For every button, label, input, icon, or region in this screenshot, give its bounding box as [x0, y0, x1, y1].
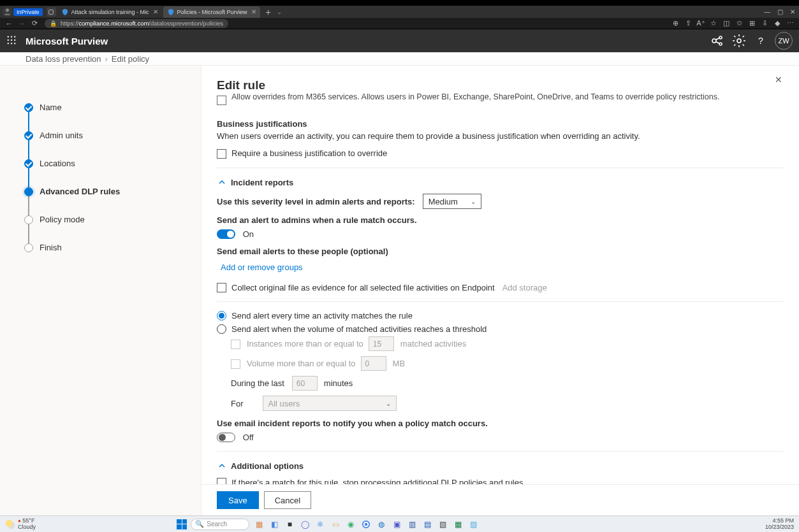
- browser-more-icon[interactable]: ⋯: [784, 19, 796, 27]
- browser-refresh-button[interactable]: ⟳: [28, 19, 41, 27]
- new-tab-button[interactable]: +: [263, 7, 274, 17]
- require-justification-checkbox[interactable]: [217, 149, 226, 159]
- taskbar-app-icon[interactable]: ❄: [314, 519, 326, 530]
- step-label: Locations: [40, 159, 75, 168]
- svg-point-9: [11, 43, 12, 44]
- app-title[interactable]: Microsoft Purview: [26, 36, 108, 47]
- profile-avatar-icon: [3, 7, 12, 17]
- panel-close-button[interactable]: ✕: [771, 75, 786, 90]
- app-launcher-waffle-icon[interactable]: [0, 36, 23, 47]
- chevron-down-icon: ⌄: [471, 198, 476, 205]
- svg-point-2: [8, 36, 9, 37]
- tab-overflow-icon[interactable]: ⌄: [277, 8, 282, 15]
- matched-activities-label: matched activities: [400, 339, 466, 349]
- wizard-stepper: Name Admin units Locations Advanced DLP …: [0, 66, 202, 515]
- window-close-button[interactable]: ✕: [786, 6, 799, 18]
- breadcrumb-data-loss-prevention[interactable]: Data loss prevention: [26, 54, 101, 64]
- start-button[interactable]: [177, 519, 187, 529]
- step-name[interactable]: Name: [0, 103, 201, 131]
- stop-processing-checkbox[interactable]: [217, 478, 226, 484]
- collect-evidence-checkbox[interactable]: [217, 283, 226, 292]
- add-remove-groups-link[interactable]: Add or remove groups: [221, 262, 303, 272]
- favorites-bar-icon[interactable]: ✩: [733, 19, 745, 27]
- require-justification-label: Require a business justification to over…: [231, 148, 387, 158]
- business-justifications-heading: Business justifications: [217, 119, 784, 129]
- weather-condition: Cloudy: [18, 524, 36, 531]
- help-icon[interactable]: ?: [753, 33, 768, 48]
- email-incident-reports-toggle[interactable]: [217, 433, 235, 442]
- inprivate-profile-badge[interactable]: InPrivate: [3, 8, 43, 17]
- taskbar-app-icon[interactable]: ◍: [376, 519, 387, 530]
- allow-overrides-checkbox[interactable]: [217, 96, 226, 105]
- send-alert-admins-toggle[interactable]: [217, 229, 235, 239]
- send-alert-admins-label: Send an alert to admins when a rule matc…: [217, 215, 784, 225]
- taskbar-app-icon[interactable]: ◯: [299, 519, 311, 530]
- incident-reports-heading: Incident reports: [231, 178, 293, 187]
- allow-overrides-label: Allow overrides from M365 services. Allo…: [231, 92, 719, 101]
- browser-back-button[interactable]: ←: [3, 20, 15, 27]
- app-header: Microsoft Purview ? ZW: [0, 29, 799, 52]
- taskbar-right[interactable]: 4:55 PM 10/23/2023: [761, 518, 794, 531]
- taskbar-app-icon[interactable]: ▣: [391, 519, 402, 530]
- save-button[interactable]: Save: [217, 491, 259, 509]
- taskbar-app-icon[interactable]: ▤: [421, 519, 433, 530]
- send-alert-threshold-radio[interactable]: [217, 324, 226, 334]
- chevron-up-icon: [217, 177, 227, 187]
- step-admin-units[interactable]: Admin units: [0, 131, 201, 159]
- severity-select[interactable]: Medium ⌄: [423, 194, 481, 209]
- add-storage-link: Add storage: [502, 283, 547, 292]
- incident-reports-section-toggle[interactable]: Incident reports: [217, 177, 784, 187]
- window-maximize-button[interactable]: ▢: [773, 6, 786, 18]
- share-icon[interactable]: ⇪: [682, 19, 694, 27]
- breadcrumb-edit-policy: Edit policy: [112, 54, 149, 64]
- send-alert-every-time-radio[interactable]: [217, 311, 226, 320]
- tab-actions-button[interactable]: [47, 7, 56, 17]
- taskbar-app-icon[interactable]: ▦: [452, 519, 464, 530]
- additional-options-section-toggle[interactable]: Additional options: [217, 461, 784, 471]
- extension-icon[interactable]: ◆: [771, 19, 784, 27]
- tab-favicon-shield-icon: [61, 8, 69, 16]
- svg-point-5: [8, 39, 9, 40]
- tab-close-icon[interactable]: ✕: [153, 8, 158, 15]
- tab-close-icon[interactable]: ✕: [251, 8, 256, 15]
- taskbar-app-icon[interactable]: ▥: [406, 519, 418, 530]
- browser-url-input[interactable]: 🔒 https://compliance.microsoft.com/datal…: [45, 19, 228, 28]
- taskbar-app-icon[interactable]: ◉: [345, 519, 356, 530]
- taskbar-weather-widget[interactable]: ● 55°F Cloudy: [5, 518, 36, 531]
- zoom-icon[interactable]: ⊕: [669, 19, 682, 27]
- divider: [217, 451, 784, 452]
- step-finish[interactable]: Finish: [0, 243, 201, 271]
- downloads-icon[interactable]: ⇩: [758, 19, 771, 27]
- favorite-icon[interactable]: ☆: [707, 19, 720, 27]
- taskbar-search-input[interactable]: 🔍 Search: [191, 519, 249, 530]
- window-minimize-button[interactable]: —: [761, 6, 773, 18]
- header-connect-icon[interactable]: [710, 33, 725, 48]
- taskbar-app-icon[interactable]: ▦: [253, 519, 265, 530]
- svg-point-16: [365, 522, 368, 526]
- browser-forward-button: →: [15, 20, 28, 27]
- taskbar-app-icon[interactable]: ◧: [268, 519, 280, 530]
- step-indicator-completed-icon: [24, 131, 33, 140]
- split-icon[interactable]: ◫: [720, 19, 733, 27]
- step-connector: [28, 224, 29, 243]
- cancel-button[interactable]: Cancel: [264, 491, 311, 509]
- settings-gear-icon[interactable]: [731, 33, 747, 48]
- user-avatar[interactable]: ZW: [775, 32, 793, 50]
- step-locations[interactable]: Locations: [0, 159, 201, 187]
- step-advanced-dlp-rules[interactable]: Advanced DLP rules: [0, 187, 201, 215]
- step-indicator-future-icon: [24, 215, 33, 224]
- svg-point-6: [11, 39, 12, 40]
- taskbar-app-icon[interactable]: ▭: [330, 519, 341, 530]
- browser-tab-purview-policies[interactable]: Policies - Microsoft Purview ✕: [163, 6, 260, 18]
- collections-icon[interactable]: ⊞: [745, 19, 758, 27]
- browser-tab-attack-simulation[interactable]: Attack simulation training - Mic ✕: [57, 6, 162, 18]
- taskbar-app-icon[interactable]: ▨: [467, 519, 479, 530]
- step-policy-mode[interactable]: Policy mode: [0, 215, 201, 243]
- reading-icon[interactable]: A⁺: [694, 19, 707, 27]
- taskbar-app-icon[interactable]: [360, 519, 372, 530]
- taskbar-app-icon[interactable]: ■: [284, 519, 295, 530]
- step-label: Admin units: [40, 131, 83, 140]
- taskbar-app-icon[interactable]: ▧: [437, 519, 448, 530]
- main-content: Name Admin units Locations Advanced DLP …: [0, 66, 799, 515]
- severity-label: Use this severity level in admin alerts …: [217, 197, 415, 206]
